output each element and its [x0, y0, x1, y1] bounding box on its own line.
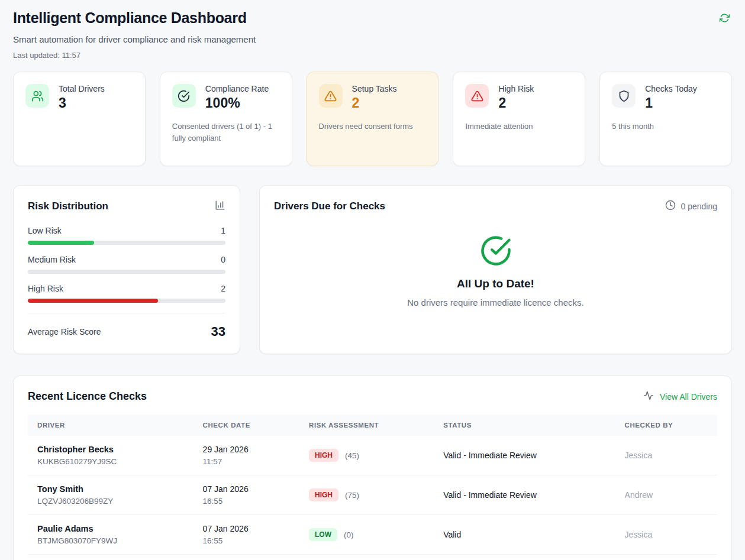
risk-count: 0 — [221, 255, 225, 264]
check-time: 16:55 — [203, 497, 290, 506]
status-cell: Valid - Immediate Review — [434, 475, 615, 515]
table-row[interactable]: Paulie Adams BTJMG803070FY9WJ 07 Jan 202… — [28, 515, 717, 555]
stat-card-checks-today: Checks Today 1 5 this month — [599, 72, 732, 166]
risk-badge: HIGH — [309, 449, 338, 462]
pending-indicator: 0 pending — [665, 200, 717, 212]
table-row[interactable]: Tony Smith LQZVJ603206B99ZY 07 Jan 2026 … — [28, 475, 717, 515]
stat-texts: Total Drivers 3 — [59, 84, 105, 111]
due-status-title: All Up to Date! — [274, 277, 717, 290]
stat-note: Drivers need consent forms — [319, 121, 427, 132]
stat-head: Checks Today 1 — [612, 84, 720, 111]
header-text: Intelligent Compliance Dashboard Smart a… — [13, 9, 256, 60]
refresh-button[interactable] — [717, 11, 732, 27]
stat-texts: Setup Tasks 2 — [352, 84, 397, 111]
view-all-drivers-link[interactable]: View All Drivers — [643, 390, 717, 403]
licence-checks-table: Driver Check Date Risk Assessment Status… — [28, 415, 717, 555]
check-time: 11:57 — [203, 457, 290, 466]
risk-row: Medium Risk 0 — [28, 255, 225, 264]
col-risk-assessment: Risk Assessment — [299, 415, 434, 436]
risk-bar-track — [28, 270, 225, 274]
view-all-label: View All Drivers — [660, 392, 717, 402]
risk-cell: LOW (0) — [299, 515, 434, 555]
stat-value: 1 — [645, 95, 697, 111]
average-risk-label: Average Risk Score — [28, 327, 101, 336]
risk-cell: HIGH (45) — [299, 436, 434, 475]
average-risk-row: Average Risk Score 33 — [28, 313, 225, 339]
stat-note: 5 this month — [612, 121, 720, 132]
stat-head: Total Drivers 3 — [25, 84, 133, 111]
risk-label: Medium Risk — [28, 255, 76, 264]
risk-row: High Risk 2 — [28, 284, 225, 293]
risk-label: High Risk — [28, 284, 63, 293]
stat-label: High Risk — [498, 84, 534, 93]
risk-bar-track — [28, 299, 225, 303]
middle-row: Risk Distribution Low Risk 1 Medium Risk… — [13, 185, 732, 354]
risk-count: 2 — [221, 284, 225, 293]
stat-card-setup-tasks: Setup Tasks 2 Drivers need consent forms — [307, 72, 439, 166]
recent-head: Recent Licence Checks View All Drivers — [28, 390, 717, 403]
risk-count: 1 — [221, 226, 225, 235]
driver-cell: Tony Smith LQZVJ603206B99ZY — [28, 475, 193, 515]
stat-card-high-risk: High Risk 2 Immediate attention — [453, 72, 585, 166]
risk-rows: Low Risk 1 Medium Risk 0 High Risk 2 — [28, 226, 225, 303]
due-status: All Up to Date! No drivers require immed… — [274, 212, 717, 325]
page-subtitle: Smart automation for driver compliance a… — [13, 34, 256, 44]
clock-icon — [665, 200, 676, 212]
panel-head: Risk Distribution — [28, 200, 225, 213]
stats-row: Total Drivers 3 Compliance Rate 100% Con… — [13, 72, 732, 166]
checked-by-cell: Jessica — [615, 515, 717, 555]
recent-checks-title: Recent Licence Checks — [28, 390, 147, 403]
risk-score: (0) — [344, 530, 354, 539]
risk-badge: HIGH — [309, 488, 338, 501]
users-icon — [25, 84, 49, 108]
risk-distribution-title: Risk Distribution — [28, 200, 108, 212]
page-header: Intelligent Compliance Dashboard Smart a… — [13, 9, 732, 60]
table-header: Driver Check Date Risk Assessment Status… — [28, 415, 717, 436]
driver-licence: LQZVJ603206B99ZY — [37, 497, 184, 506]
check-circle-icon — [172, 84, 196, 108]
risk-distribution-panel: Risk Distribution Low Risk 1 Medium Risk… — [13, 185, 240, 354]
risk-score: (75) — [345, 491, 359, 500]
driver-licence: KUKBG610279YJ9SC — [37, 457, 184, 466]
stat-note: Consented drivers (1 of 1) - 1 fully com… — [172, 121, 280, 144]
stat-head: High Risk 2 — [465, 84, 573, 111]
recent-checks-panel: Recent Licence Checks View All Drivers D… — [13, 376, 732, 560]
status-cell: Valid — [434, 515, 615, 555]
col-checked-by: Checked By — [615, 415, 717, 436]
driver-name: Christopher Becks — [37, 445, 184, 454]
risk-label: Low Risk — [28, 226, 62, 235]
pending-count: 0 pending — [681, 202, 717, 211]
col-check-date: Check Date — [193, 415, 299, 436]
stat-value: 2 — [352, 95, 397, 111]
status-cell: Valid - Immediate Review — [434, 436, 615, 475]
driver-licence: BTJMG803070FY9WJ — [37, 536, 184, 545]
date-cell: 29 Jan 2026 11:57 — [193, 436, 299, 475]
alert-triangle-icon — [319, 84, 343, 108]
dashboard-page: Intelligent Compliance Dashboard Smart a… — [0, 0, 745, 560]
risk-bar-high — [28, 299, 158, 303]
stat-value: 2 — [498, 95, 534, 111]
stat-card-total-drivers: Total Drivers 3 — [13, 72, 146, 166]
check-circle-icon — [480, 258, 512, 268]
check-date: 07 Jan 2026 — [203, 484, 290, 494]
activity-icon — [643, 390, 654, 403]
driver-cell: Paulie Adams BTJMG803070FY9WJ — [28, 515, 193, 555]
stat-texts: Checks Today 1 — [645, 84, 697, 111]
risk-score: (45) — [345, 451, 359, 460]
stat-value: 3 — [59, 95, 105, 111]
refresh-icon — [720, 16, 730, 25]
stat-value: 100% — [205, 95, 269, 111]
risk-badge: LOW — [309, 528, 337, 541]
stat-card-compliance-rate: Compliance Rate 100% Consented drivers (… — [160, 72, 292, 166]
check-time: 16:55 — [203, 536, 290, 545]
date-cell: 07 Jan 2026 16:55 — [193, 475, 299, 515]
due-checks-title: Drivers Due for Checks — [274, 200, 385, 212]
check-date: 29 Jan 2026 — [203, 445, 290, 454]
table-row[interactable]: Christopher Becks KUKBG610279YJ9SC 29 Ja… — [28, 436, 717, 475]
driver-cell: Christopher Becks KUKBG610279YJ9SC — [28, 436, 193, 475]
risk-cell: HIGH (75) — [299, 475, 434, 515]
risk-bar-track — [28, 241, 225, 245]
driver-name: Tony Smith — [37, 484, 184, 494]
shield-icon — [612, 84, 636, 108]
last-updated: Last updated: 11:57 — [13, 51, 256, 60]
